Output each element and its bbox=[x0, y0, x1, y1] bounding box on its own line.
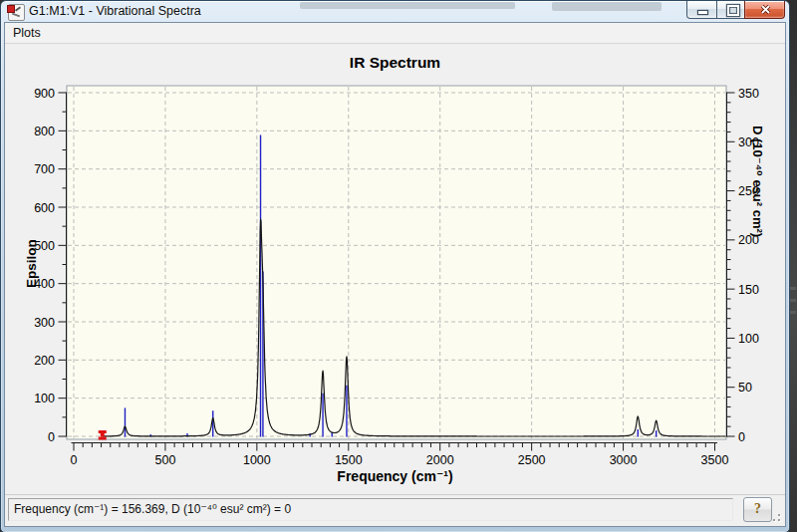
y-left-tick-label: 600 bbox=[34, 201, 55, 215]
ir-spectrum-plot[interactable]: 0100200300400500600700800900050100150200… bbox=[1, 1, 789, 532]
y-left-tick-label: 0 bbox=[48, 430, 55, 444]
x-tick-label: 0 bbox=[71, 453, 78, 467]
y-left-tick-label: 100 bbox=[34, 392, 55, 405]
y-left-tick-label: 700 bbox=[34, 162, 55, 176]
x-tick-label: 3500 bbox=[701, 453, 729, 467]
y-left-tick-label: 300 bbox=[34, 316, 55, 330]
x-tick-label: 2000 bbox=[426, 453, 454, 467]
vibrational-spectra-window: G1:M1:V1 - Vibrational Spectra Plots Fre… bbox=[0, 0, 790, 532]
y-axis-left-title: Epsilon bbox=[24, 214, 39, 314]
x-tick-label: 1000 bbox=[243, 453, 271, 467]
y-left-tick-label: 200 bbox=[34, 354, 55, 368]
y-right-tick-label: 0 bbox=[738, 430, 745, 444]
chart-title: IR Spectrum bbox=[1, 54, 789, 72]
y-right-tick-label: 350 bbox=[738, 87, 759, 101]
x-tick-label: 3000 bbox=[610, 453, 638, 467]
x-tick-label: 2500 bbox=[518, 453, 546, 467]
x-tick-label: 500 bbox=[154, 453, 175, 467]
x-tick-label: 1500 bbox=[335, 453, 363, 467]
y-axis-right-title: D (10⁻⁴⁰ esu² cm²) bbox=[750, 126, 765, 404]
y-left-tick-label: 800 bbox=[34, 125, 55, 138]
y-left-tick-label: 900 bbox=[34, 87, 55, 101]
x-axis-title: Frequency (cm⁻¹) bbox=[1, 468, 789, 484]
